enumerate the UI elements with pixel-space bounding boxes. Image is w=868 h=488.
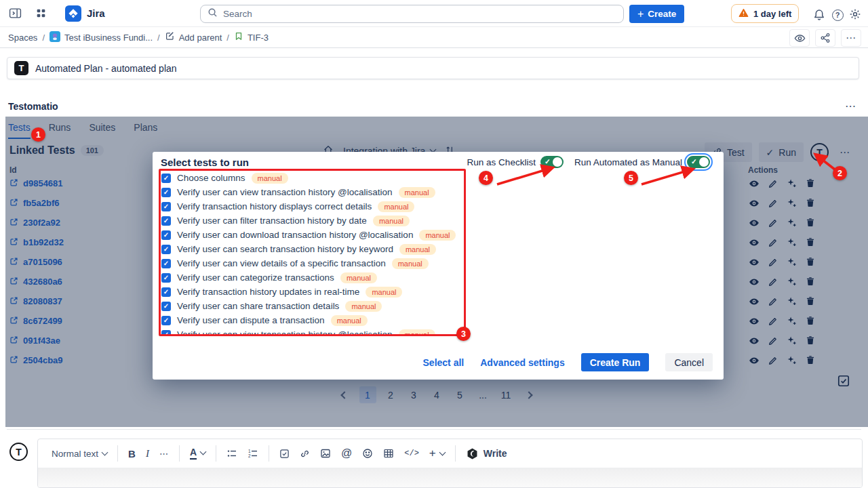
test-checkbox[interactable]: ✓ bbox=[161, 245, 171, 254]
app-name: Jira bbox=[87, 7, 105, 19]
search-input[interactable] bbox=[223, 9, 616, 19]
modal-title: Select tests to run bbox=[161, 157, 249, 168]
watch-eye-icon[interactable] bbox=[789, 29, 810, 47]
breadcrumb-issue[interactable]: TIF-3 bbox=[234, 31, 269, 43]
manual-tag-badge: manual bbox=[252, 173, 288, 184]
run-automated-as-manual-toggle[interactable]: ✓ bbox=[687, 156, 710, 168]
plus-icon: + bbox=[637, 9, 644, 20]
breadcrumb: Spaces / Test iBusiness Fundi... / Add p… bbox=[0, 27, 868, 48]
edit-icon bbox=[165, 31, 175, 43]
test-checklist-row: ✓ Verify user can search transaction his… bbox=[161, 242, 461, 256]
breadcrumb-space[interactable]: Test iBusiness Fundi... bbox=[50, 31, 153, 44]
global-search[interactable] bbox=[200, 5, 624, 23]
task-checkbox-icon[interactable] bbox=[279, 449, 290, 459]
test-name[interactable]: Choose columns bbox=[177, 173, 245, 183]
mention-icon[interactable]: @ bbox=[341, 447, 352, 460]
toolbar-divider bbox=[117, 445, 118, 462]
test-checklist-row: ✓ Verify user can filter transaction his… bbox=[161, 214, 461, 228]
test-name[interactable]: Verify transaction history displays corr… bbox=[177, 201, 372, 211]
test-checklist-row: ✓ Verify transaction history updates in … bbox=[161, 285, 461, 299]
manual-tag-badge: manual bbox=[331, 315, 368, 326]
test-checkbox[interactable]: ✓ bbox=[161, 188, 171, 197]
ai-write-button[interactable]: Write bbox=[466, 447, 507, 460]
annotation-badge-5: 5 bbox=[624, 171, 638, 185]
test-checklist-row: ✓ Verify transaction history displays co… bbox=[161, 199, 461, 214]
test-checkbox[interactable]: ✓ bbox=[161, 259, 171, 268]
create-run-button[interactable]: Create Run bbox=[581, 353, 650, 371]
app-switcher-icon[interactable] bbox=[31, 4, 50, 23]
test-name[interactable]: Verify user can view transaction history… bbox=[177, 329, 393, 334]
test-name[interactable]: Verify user can share transaction detail… bbox=[177, 301, 339, 311]
modal-toggles: Run as Checklist ✓ Run Automated as Manu… bbox=[467, 156, 710, 168]
annotation-badge-3: 3 bbox=[456, 327, 471, 341]
advanced-settings-link[interactable]: Advanced settings bbox=[480, 357, 564, 368]
test-name[interactable]: Verify user can filter transaction histo… bbox=[177, 216, 367, 226]
toolbar-divider bbox=[269, 445, 269, 462]
text-style-dropdown[interactable]: Normal text bbox=[52, 449, 107, 459]
test-checkbox[interactable]: ✓ bbox=[161, 174, 171, 183]
run-as-checklist-group: Run as Checklist ✓ bbox=[467, 156, 564, 168]
text-format-more-icon[interactable]: ⋯ bbox=[159, 449, 169, 459]
widget-more-icon[interactable]: ⋯ bbox=[845, 100, 856, 113]
breadcrumb-spaces[interactable]: Spaces bbox=[8, 33, 37, 43]
toolbar-divider bbox=[216, 445, 216, 462]
test-name[interactable]: Verify user can download transaction his… bbox=[177, 230, 413, 240]
toolbar-divider bbox=[455, 445, 456, 462]
manual-tag-badge: manual bbox=[399, 244, 436, 255]
test-checklist-row: ✓ Verify user can view details of a spec… bbox=[161, 256, 461, 270]
widget-heading: Testomatio bbox=[8, 101, 58, 112]
insert-link-icon[interactable] bbox=[300, 449, 310, 459]
insert-more-dropdown[interactable]: + bbox=[429, 447, 445, 460]
breadcrumb-add-parent[interactable]: Add parent bbox=[165, 31, 222, 43]
more-actions-icon[interactable]: ⋯ bbox=[841, 29, 861, 47]
test-checkbox[interactable]: ✓ bbox=[161, 230, 171, 240]
trial-days-left-badge[interactable]: 1 day left bbox=[731, 4, 799, 23]
test-name[interactable]: Verify user can dispute a transaction bbox=[177, 315, 325, 325]
run-as-checklist-toggle[interactable]: ✓ bbox=[540, 156, 564, 168]
manual-tag-badge: manual bbox=[378, 201, 414, 212]
emoji-icon[interactable] bbox=[362, 448, 373, 459]
italic-button[interactable]: I bbox=[146, 448, 149, 460]
test-checkbox[interactable]: ✓ bbox=[161, 287, 171, 297]
sidebar-toggle-icon[interactable] bbox=[5, 4, 24, 23]
text-color-dropdown[interactable]: A bbox=[190, 447, 205, 459]
test-name[interactable]: Verify user can categorize transactions bbox=[177, 272, 334, 283]
insert-image-icon[interactable] bbox=[320, 448, 331, 459]
svg-text:1: 1 bbox=[248, 449, 251, 453]
test-checkbox[interactable]: ✓ bbox=[161, 330, 171, 335]
test-checkbox[interactable]: ✓ bbox=[161, 316, 171, 325]
editor-input-area[interactable] bbox=[38, 468, 862, 487]
select-all-link[interactable]: Select all bbox=[423, 357, 465, 368]
run-automated-as-manual-group: Run Automated as Manual ✓ bbox=[574, 156, 710, 168]
automated-plan-card[interactable]: T Automated Plan - automated plan bbox=[7, 57, 859, 79]
manual-tag-badge: manual bbox=[399, 329, 435, 335]
cancel-button[interactable]: Cancel bbox=[665, 353, 713, 371]
notifications-icon[interactable] bbox=[810, 5, 829, 24]
test-checklist-row: ✓ Verify user can download transaction h… bbox=[161, 228, 461, 242]
editor-toolbar: Normal text B I ⋯ A 12 bbox=[38, 439, 862, 468]
test-name[interactable]: Verify user can search transaction histo… bbox=[177, 244, 393, 254]
chevron-down-icon bbox=[439, 449, 446, 455]
jira-logo-icon[interactable] bbox=[65, 5, 81, 22]
plan-title: Automated Plan - automated plan bbox=[35, 63, 177, 74]
test-checkbox[interactable]: ✓ bbox=[161, 302, 171, 311]
run-as-checklist-label: Run as Checklist bbox=[467, 157, 536, 167]
create-button[interactable]: + Create bbox=[629, 5, 684, 23]
test-checkbox[interactable]: ✓ bbox=[161, 216, 171, 226]
help-icon[interactable]: ? bbox=[828, 5, 847, 24]
annotation-badge-2: 2 bbox=[833, 166, 847, 180]
test-name[interactable]: Verify user can view details of a specif… bbox=[177, 258, 386, 268]
test-checklist: ✓ Choose columns manual ✓ Verify user ca… bbox=[161, 171, 461, 334]
share-icon[interactable] bbox=[815, 29, 835, 47]
code-block-icon[interactable]: </> bbox=[404, 449, 419, 458]
test-checkbox[interactable]: ✓ bbox=[161, 202, 171, 211]
bold-button[interactable]: B bbox=[128, 448, 136, 460]
test-checkbox[interactable]: ✓ bbox=[161, 273, 171, 283]
insert-table-icon[interactable] bbox=[383, 448, 394, 459]
test-name[interactable]: Verify user can view transaction history… bbox=[177, 187, 393, 197]
test-name[interactable]: Verify transaction history updates in re… bbox=[177, 287, 359, 297]
bullet-list-icon[interactable] bbox=[226, 448, 237, 459]
numbered-list-icon[interactable]: 12 bbox=[248, 448, 258, 459]
select-tests-modal: Select tests to run Run as Checklist ✓ R… bbox=[153, 152, 724, 380]
settings-gear-icon[interactable] bbox=[846, 5, 865, 24]
